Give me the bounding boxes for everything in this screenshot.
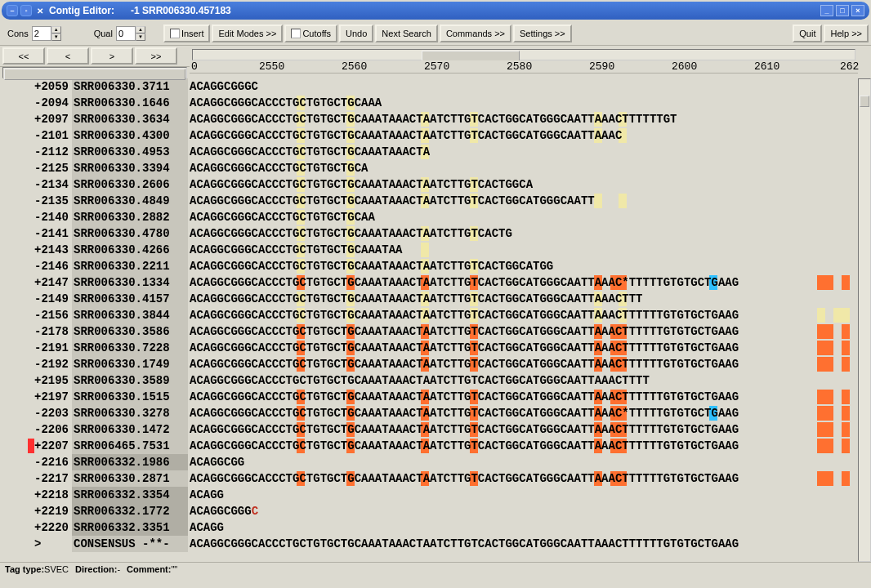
read-name[interactable]: SRR006330.3586 [72,323,188,340]
sequence-row[interactable]: ACAGGCGG [190,454,858,470]
read-name[interactable]: SRR006330.4157 [72,291,188,307]
nav-prev-button[interactable]: < [47,47,89,65]
sequence-row[interactable]: ACAGGCGGGCACCCTGCTGTGCTGCAAATAAACTA [190,144,858,160]
sequence-row[interactable]: ACAGGCGGGCACCCTGCTGTGCTGCAAATAAACTAATCTT… [190,405,858,421]
qual-down-icon[interactable]: ▼ [136,33,145,41]
sequence-row[interactable]: ACAGGCGGGCACCCTGCTGTGCTGCAA [190,209,858,225]
read-name[interactable]: SRR006330.2871 [72,470,188,487]
cons-down-icon[interactable]: ▼ [51,33,61,41]
title-bar: – ◦ ✕ Contig Editor: -1 SRR006330.457183… [2,2,869,20]
read-name[interactable]: SRR006330.1334 [72,274,188,291]
left-hscroll[interactable] [2,67,187,78]
read-name[interactable]: SRR006330.1646 [72,95,188,111]
cons-spinner[interactable]: ▲▼ [32,26,61,41]
read-row: -2134SRR006330.2606 [0,176,190,193]
sequence-row[interactable]: ACAGGCGGGCACCCTGCTGTGCTGCAAATAAACTAATCTT… [190,127,858,144]
sequence-row[interactable]: ACAGGCGGGCACCCTGCTGTGCTGCAAATAAACTAATCTT… [190,340,858,356]
undo-button[interactable]: Undo [339,24,373,42]
sequence-row[interactable]: ACAGGCGGGCACCCTGCTGTGCTGCAAATAAACTAATCTT… [190,307,858,323]
close-button[interactable]: × [851,5,864,16]
sequence-row[interactable]: ACAGGCGGGCACCCTGCTGTGCTGCAAATAAACTAATCTT… [190,225,858,242]
read-name[interactable]: SRR006330.2882 [72,209,188,225]
edit-modes-button[interactable]: Edit Modes >> [212,24,283,42]
read-row: -2217SRR006330.2871 [0,470,190,487]
read-name[interactable]: SRR006330.4849 [72,193,188,209]
help-button[interactable]: Help >> [824,24,869,42]
sequence-row[interactable]: ACAGGCGGGCACCCTGCTGTGCTGCAAATAAACTAATCTT… [190,111,858,127]
vertical-scrollbar[interactable] [858,78,871,562]
cons-input[interactable] [32,26,51,41]
settings-button[interactable]: Settings >> [513,24,572,42]
sequence-row[interactable]: ACAGGCGGGCACCCTGCTGTGCTGCAAATAAACTAATCTT… [190,274,858,291]
read-name[interactable]: SRR006330.1515 [72,389,188,405]
sequence-row[interactable]: ACAGGCGGGCACCCTGCTGTGCTGCAAATAAACTAATCTT… [190,536,858,552]
read-row: -2125SRR006330.3394 [0,160,190,176]
sequence-panel[interactable]: ACAGGCGGGCACAGGCGGGCACCCTGCTGTGCTGCAAAAC… [190,78,858,562]
sequence-row[interactable]: ACAGGCGGGCACCCTGCTGTGCTGCAAATAAACTAATCTT… [190,291,858,307]
read-name[interactable]: SRR006330.4300 [72,127,188,144]
read-name[interactable]: SRR006330.3634 [72,111,188,127]
read-name[interactable]: SRR006465.7531 [72,438,188,454]
insert-checkbox[interactable] [170,29,180,38]
sequence-row[interactable]: ACAGGCGGGC [190,503,858,519]
maximize-button[interactable]: □ [836,5,849,16]
sequence-row[interactable]: ACAGGCGGGCACCCTGCTGTGCTGCAAATAAACTAATCTT… [190,356,858,372]
cutoffs-button[interactable]: Cutoffs [284,24,337,42]
read-name[interactable]: SRR006330.3589 [72,372,188,389]
sequence-row[interactable]: ACAGGCGGGCACCCTGCTGTGCTGCAAATAAACTAATCTT… [190,389,858,405]
qual-spinner[interactable]: ▲▼ [116,26,145,41]
read-name[interactable]: SRR006330.2606 [72,176,188,193]
read-name[interactable]: SRR006330.4266 [72,242,188,258]
read-name[interactable]: SRR006332.3354 [72,487,188,503]
qual-up-icon[interactable]: ▲ [136,26,145,33]
sysmenu-expand-icon[interactable]: ◦ [20,5,32,16]
sequence-row[interactable]: ACAGGCGGGCACCCTGCTGTGCTGCAAA [190,95,858,111]
position-ruler: 02550256025702580259026002610262 [190,60,858,74]
read-name[interactable]: SRR006330.1472 [72,421,188,438]
read-name[interactable]: SRR006332.1772 [72,503,188,519]
qual-input[interactable] [116,26,136,41]
nav-last-button[interactable]: >> [135,47,177,65]
read-name[interactable]: SRR006330.7228 [72,340,188,356]
read-row: +2059SRR006330.3711 [0,78,190,95]
sequence-row[interactable]: ACAGGCGGGCACCCTGCTGTGCTGCA [190,160,858,176]
sequence-row[interactable]: ACAGGCGGGCACCCTGCTGTGCTGCAAATAAACTAATCTT… [190,193,858,209]
insert-button[interactable]: Insert [163,24,211,42]
read-row: -2216SRR006332.1986 [0,454,190,470]
read-row: +2195SRR006330.3589 [0,372,190,389]
cons-up-icon[interactable]: ▲ [51,26,61,33]
status-bar: Tag type:SVEC Direction:- Comment:"" [0,562,871,578]
read-row: -2191SRR006330.7228 [0,340,190,356]
read-name[interactable]: SRR006330.4780 [72,225,188,242]
commands-button[interactable]: Commands >> [440,24,511,42]
read-name[interactable]: SRR006330.1749 [72,356,188,372]
cutoffs-checkbox[interactable] [291,29,301,38]
nav-first-button[interactable]: << [2,47,45,65]
main-hscroll[interactable] [192,49,855,60]
read-name[interactable]: SRR006330.3278 [72,405,188,421]
read-name[interactable]: SRR006332.1986 [72,454,188,470]
next-search-button[interactable]: Next Search [375,24,438,42]
sequence-row[interactable]: ACAGGCGGGCACCCTGCTGTGCTGCAAATAAACTAATCTT… [190,421,858,438]
sequence-row[interactable]: ACAGGCGGGCACCCTGCTGTGCTGCAAATAA [190,242,858,258]
read-name[interactable]: SRR006330.3711 [72,78,188,95]
sequence-row[interactable]: ACAGGCGGGC [190,78,858,95]
read-name[interactable]: SRR006330.3394 [72,160,188,176]
read-name[interactable]: SRR006332.3351 [72,519,188,536]
read-name[interactable]: SRR006330.3844 [72,307,188,323]
sequence-row[interactable]: ACAGGCGGGCACCCTGCTGTGCTGCAAATAAACTAATCTT… [190,176,858,193]
sequence-row[interactable]: ACAGGCGGGCACCCTGCTGTGCTGCAAATAAACTAATCTT… [190,438,858,454]
sequence-row[interactable]: ACAGG [190,487,858,503]
window-subtitle: -1 SRR006330.457183 [131,5,231,16]
sequence-row[interactable]: ACAGGCGGGCACCCTGCTGTGCTGCAAATAAACTAATCTT… [190,323,858,340]
read-name[interactable]: SRR006330.2211 [72,258,188,274]
sequence-row[interactable]: ACAGGCGGGCACCCTGCTGTGCTGCAAATAAACTAATCTT… [190,470,858,487]
sysmenu-minimize-icon[interactable]: – [7,5,18,16]
sequence-row[interactable]: ACAGGCGGGCACCCTGCTGTGCTGCAAATAAACTAATCTT… [190,372,858,389]
minimize-button[interactable]: _ [820,5,833,16]
quit-button[interactable]: Quit [793,24,822,42]
read-name[interactable]: SRR006330.4953 [72,144,188,160]
sequence-row[interactable]: ACAGG [190,519,858,536]
sequence-row[interactable]: ACAGGCGGGCACCCTGCTGTGCTGCAAATAAACTAATCTT… [190,258,858,274]
nav-next-button[interactable]: > [91,47,133,65]
